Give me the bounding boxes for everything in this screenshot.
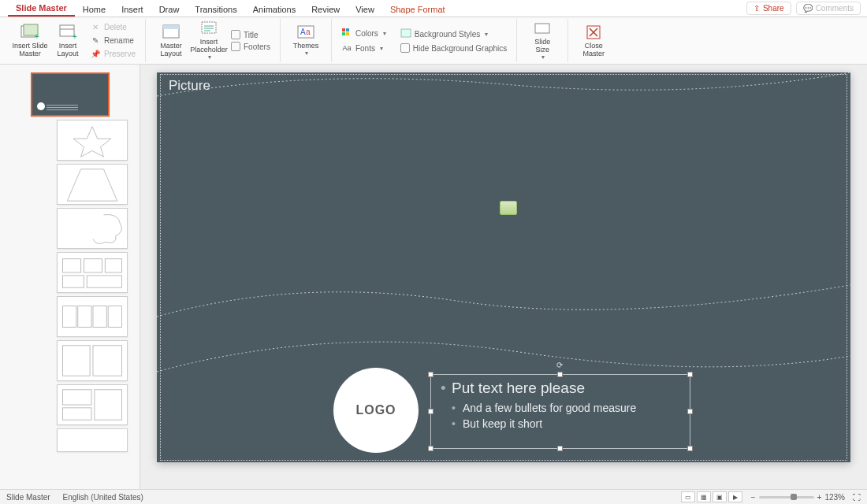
svg-rect-37 [63,390,92,405]
tab-transitions[interactable]: Transitions [187,2,244,17]
ribbon-tabs: Slide Master Home Insert Draw Transition… [0,0,867,17]
slide-master-canvas[interactable]: Picture LOGO ⟳ Put text here please And [157,72,850,462]
thumbnail-layout[interactable] [57,164,128,205]
master-layout-icon [162,24,180,41]
zoom-in-button[interactable]: + [817,493,822,502]
delete-button[interactable]: ✕Delete [87,21,139,34]
picture-placeholder-label: Picture [169,78,210,94]
background-styles-icon [400,28,411,39]
insert-placeholder-button[interactable]: Insert Placeholder [190,19,228,63]
text-level1[interactable]: Put text here please [441,380,680,397]
text-placeholder-selected[interactable]: ⟳ Put text here please And a few bullets… [430,374,690,449]
close-master-button[interactable]: Close Master [575,19,612,63]
slide-canvas-area[interactable]: Picture LOGO ⟳ Put text here please And [140,65,867,489]
svg-rect-39 [63,408,92,420]
tab-insert[interactable]: Insert [113,2,151,17]
fit-to-window-button[interactable]: ⛶ [853,493,861,502]
resize-handle[interactable] [557,446,563,451]
status-language[interactable]: English (United States) [63,493,143,502]
resize-handle[interactable] [687,372,693,377]
fonts-icon: Aa [341,43,352,54]
resize-handle[interactable] [428,372,434,377]
view-normal-button[interactable]: ▭ [681,491,695,502]
resize-handle[interactable] [428,446,434,451]
tab-draw[interactable]: Draw [151,2,188,17]
tab-slide-master[interactable]: Slide Master [8,0,75,17]
workspace: Picture LOGO ⟳ Put text here please And [0,65,867,489]
resize-handle[interactable] [687,409,693,414]
svg-rect-36 [93,346,122,376]
svg-rect-29 [63,276,84,287]
checkbox-icon [231,30,240,39]
tab-review[interactable]: Review [303,2,348,17]
ribbon: + Insert Slide Master + Insert Layout ✕D… [0,17,867,65]
svg-rect-34 [108,306,121,328]
svg-text:A: A [300,28,306,36]
thumbnail-layout[interactable] [57,296,128,337]
zoom-level[interactable]: 123% [824,493,845,502]
resize-handle[interactable] [428,409,434,414]
svg-rect-35 [63,346,91,376]
background-styles-dropdown[interactable]: Background Styles [397,28,511,40]
svg-rect-20 [535,24,549,33]
svg-rect-26 [63,259,81,272]
share-button[interactable]: ⇪Share [746,2,791,15]
rename-button[interactable]: ✎Rename [87,35,139,47]
thumbnail-layout[interactable] [57,384,128,425]
thumbnail-layout[interactable] [57,340,128,381]
svg-text:+: + [35,32,39,41]
tab-shape-format[interactable]: Shape Format [382,2,453,17]
resize-handle[interactable] [687,446,693,451]
comments-button[interactable]: 💬Comments [796,2,861,15]
thumbnail-layout[interactable] [57,428,128,452]
insert-slide-master-button[interactable]: + Insert Slide Master [11,19,49,63]
slide-size-button[interactable]: Slide Size [523,19,561,63]
insert-placeholder-icon [199,20,218,37]
svg-rect-33 [93,306,106,328]
rotate-handle[interactable]: ⟳ [556,361,564,369]
svg-text:a: a [306,28,311,36]
text-level2[interactable]: But keep it short [452,417,680,430]
zoom-slider[interactable] [759,496,814,498]
insert-layout-button[interactable]: + Insert Layout [49,19,87,63]
thumbnail-master[interactable] [31,72,110,117]
logo-placeholder[interactable]: LOGO [333,368,419,453]
slide-size-icon [533,20,552,37]
hide-background-graphics-checkbox[interactable]: Hide Background Graphics [397,43,511,54]
thumbnail-layout[interactable] [57,252,128,293]
checkbox-icon [400,43,410,53]
svg-rect-16 [346,28,349,32]
preserve-icon: 📌 [90,49,101,60]
view-slideshow-button[interactable]: ▶ [728,491,742,502]
title-checkbox[interactable]: Title [228,29,273,40]
view-reading-button[interactable]: ▣ [713,491,727,502]
fonts-dropdown[interactable]: AaFonts [338,42,389,54]
svg-rect-8 [202,22,216,33]
tab-animations[interactable]: Animations [245,2,303,17]
resize-handle[interactable] [557,372,563,377]
thumbnail-panel[interactable] [0,65,140,489]
master-layout-button[interactable]: Master Layout [152,19,190,63]
svg-marker-24 [73,127,111,157]
tab-view[interactable]: View [348,2,382,17]
svg-rect-31 [63,306,76,328]
footers-checkbox[interactable]: Footers [228,41,273,52]
thumbnail-layout[interactable] [57,120,128,161]
zoom-out-button[interactable]: − [751,493,756,502]
tab-home[interactable]: Home [75,2,113,17]
svg-rect-27 [84,259,102,272]
status-mode: Slide Master [6,493,50,502]
thumbnail-layout[interactable] [57,208,128,249]
colors-dropdown[interactable]: Colors [338,27,389,39]
svg-rect-7 [163,25,179,29]
text-level2[interactable]: And a few bullets for good measure [452,402,680,414]
svg-marker-25 [67,169,117,201]
share-icon: ⇪ [754,4,760,13]
view-sorter-button[interactable]: ▦ [697,491,711,502]
preserve-button[interactable]: 📌Preserve [87,48,139,61]
svg-rect-15 [342,28,345,32]
svg-rect-19 [401,29,411,37]
zoom-control: − + 123% ⛶ [751,493,861,502]
themes-button[interactable]: Aa Themes [287,19,325,63]
svg-rect-18 [346,32,349,35]
